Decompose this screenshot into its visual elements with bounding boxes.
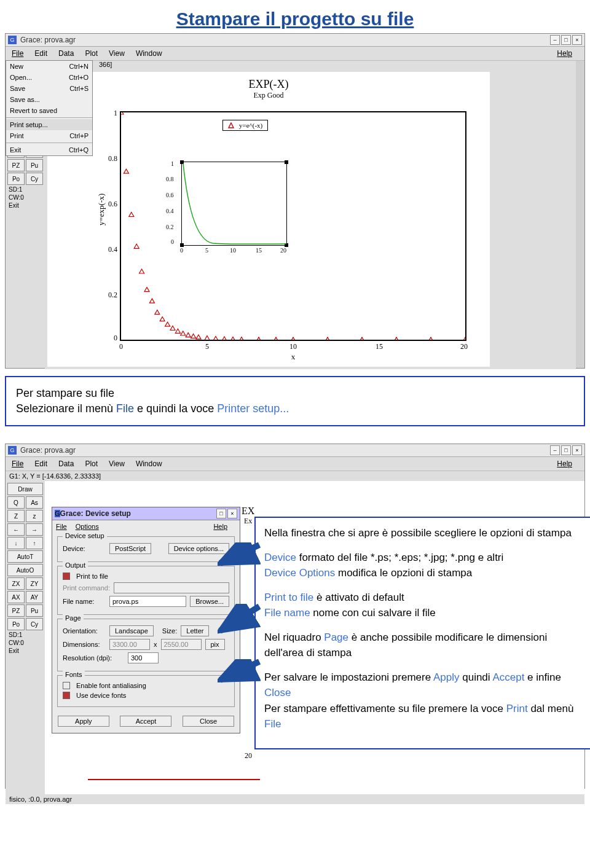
dim-unit-select[interactable]: pix [205, 639, 225, 650]
device-select[interactable]: PostScript [109, 543, 151, 554]
vertical-scrollbar[interactable] [576, 61, 584, 368]
menu-window-2[interactable]: Window [133, 458, 165, 469]
tool-cy[interactable]: Cy [26, 173, 43, 185]
menu-data-2[interactable]: Data [56, 458, 76, 469]
dim-height-input[interactable]: 2550.00 [161, 639, 202, 650]
orientation-select[interactable]: Landscape [109, 625, 154, 636]
tool-as[interactable]: As [26, 496, 43, 509]
tool-po-2[interactable]: Po [7, 618, 25, 630]
tool-cy-2[interactable]: Cy [26, 618, 43, 630]
file-menu-open-[interactable]: Open...Ctrl+O [6, 72, 92, 83]
info2-print: Print [506, 703, 528, 714]
sidebar-2: Draw QAs Zz ←→ ↓↑ AutoT AutoO ZXZY AXAY … [6, 481, 45, 794]
menu-help-2[interactable]: Help [554, 458, 575, 469]
file-menu-save[interactable]: SaveCtrl+S [6, 83, 92, 94]
menu-plot-2[interactable]: Plot [82, 458, 100, 469]
xtick-10: 10 [289, 342, 297, 351]
file-menu-exit[interactable]: ExitCtrl+Q [6, 144, 92, 155]
menu-edit-2[interactable]: Edit [32, 458, 50, 469]
dialog-app-icon: G [55, 510, 60, 517]
menu-window[interactable]: Window [133, 48, 165, 59]
tool-pz-2[interactable]: PZ [7, 604, 25, 617]
close-button[interactable]: × [572, 35, 582, 45]
dim-width-input[interactable]: 3300.00 [109, 639, 150, 650]
arrow-up-icon[interactable]: ↑ [26, 537, 43, 549]
size-select[interactable]: Letter [181, 625, 209, 636]
tool-draw[interactable]: Draw [7, 483, 43, 495]
window-title-2: Grace: prova.agr [20, 446, 549, 455]
menu-help[interactable]: Help [554, 48, 575, 59]
tool-pz[interactable]: PZ [7, 159, 25, 171]
tool-autoo-2[interactable]: AutoO [7, 564, 43, 576]
window-title: Grace: prova.agr [20, 36, 549, 44]
xtick-20-peek: 20 [245, 751, 252, 760]
tool-autot[interactable]: AutoT [7, 550, 43, 563]
dialog-max-button[interactable]: □ [216, 509, 226, 518]
tool-zx-2[interactable]: ZX [7, 577, 25, 590]
menu-file-2[interactable]: File [9, 458, 26, 469]
menu-edit[interactable]: Edit [32, 48, 50, 59]
dpi-input[interactable]: 300 [128, 652, 159, 663]
info2-file: File [264, 718, 281, 730]
tool-z2[interactable]: z [26, 510, 43, 522]
exit-label[interactable]: Exit [7, 202, 43, 209]
menu-file[interactable]: File [9, 48, 26, 59]
inset-xt-20: 20 [280, 247, 286, 254]
partial-title-ex: EX [242, 506, 254, 517]
arrow-right-icon[interactable]: → [26, 523, 43, 536]
tool-ay-2[interactable]: AY [26, 591, 43, 603]
ytick-08: 0.8 [108, 154, 117, 163]
menu-data[interactable]: Data [56, 48, 76, 59]
menu-plot[interactable]: Plot [82, 48, 100, 59]
tool-ax-2[interactable]: AX [7, 591, 25, 603]
minimize-button-2[interactable]: – [550, 445, 560, 455]
menu-view-2[interactable]: View [106, 458, 127, 469]
inset-plot: 1 0.8 0.6 0.4 0.2 0 0 5 10 15 20 [181, 162, 287, 246]
file-menu-print[interactable]: PrintCtrl+P [6, 130, 92, 141]
accept-button[interactable]: Accept [120, 716, 171, 727]
dlg-menu-help[interactable]: Help [213, 523, 227, 530]
print-to-file-checkbox[interactable] [63, 573, 70, 580]
file-menu-save-as-[interactable]: Save as... [6, 94, 92, 105]
file-menu-new[interactable]: NewCtrl+N [6, 61, 92, 72]
dlg-menu-file[interactable]: File [56, 523, 67, 530]
maximize-button[interactable]: □ [561, 35, 571, 45]
tool-pu[interactable]: Pu [26, 159, 43, 171]
tool-zz[interactable]: Z [7, 510, 25, 522]
size-label: Size: [162, 627, 177, 635]
tool-zy-2[interactable]: ZY [26, 577, 43, 590]
inset-yt-08: 0.8 [166, 176, 174, 182]
xtick-5: 5 [205, 342, 209, 351]
titlebar: G Grace: prova.agr – □ × [6, 34, 584, 47]
dialog-close-button[interactable]: × [227, 509, 237, 518]
exit-label-2[interactable]: Exit [7, 647, 43, 654]
output-legend: Output [63, 561, 88, 569]
filename-input[interactable]: prova.ps [109, 596, 186, 607]
file-menu-revert-to-saved[interactable]: Revert to saved [6, 105, 92, 116]
tool-pu-2[interactable]: Pu [26, 604, 43, 617]
coord-status-trunc: 366] [99, 61, 112, 68]
device-fonts-checkbox[interactable] [63, 692, 70, 699]
dpi-label: Resolution (dpi): [63, 654, 124, 662]
arrow-down-icon[interactable]: ↓ [7, 537, 25, 549]
menu-view[interactable]: View [106, 48, 127, 59]
inset-yt-02: 0.2 [166, 224, 174, 230]
maximize-button-2[interactable]: □ [561, 445, 571, 455]
arrow-left-icon[interactable]: ← [7, 523, 25, 536]
info2-p8a: Per stampare effettivamente su file prem… [264, 703, 506, 714]
device-fonts-label: Use device fonts [76, 692, 126, 699]
callout1-l2c: e quindi la voce [134, 402, 217, 415]
device-setup-dialog: G Grace: Device setup □ × File Options H… [52, 507, 240, 733]
apply-button[interactable]: Apply [58, 716, 109, 727]
tool-po[interactable]: Po [7, 173, 25, 185]
antialias-checkbox[interactable] [63, 682, 70, 689]
print-command-label: Print command: [63, 584, 110, 592]
close-button-dlg[interactable]: Close [183, 716, 234, 727]
print-command-input [114, 582, 229, 593]
close-button-2[interactable]: × [572, 445, 582, 455]
page-title: Stampare il progetto su file [0, 0, 590, 33]
minimize-button[interactable]: – [550, 35, 560, 45]
file-menu-print-setup-[interactable]: Print setup... [6, 119, 92, 130]
dlg-menu-options[interactable]: Options [76, 523, 99, 530]
tool-q[interactable]: Q [7, 496, 25, 509]
